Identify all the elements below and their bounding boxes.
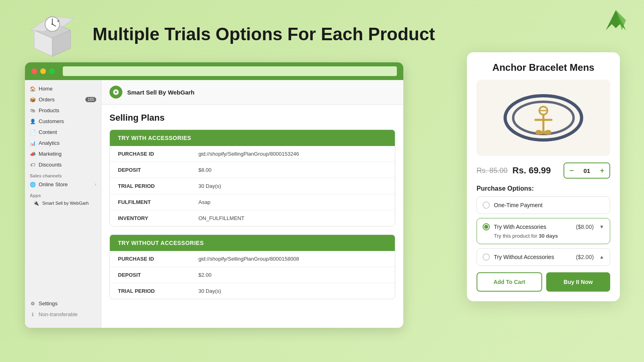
row-value: ON_FULFILLMENT [198, 215, 244, 221]
row-label: FULFILMENT [118, 199, 198, 205]
row-value: gid://shopify/SellingPlanGroup/800015324… [198, 151, 299, 157]
app-icon: 🔌 [33, 200, 39, 206]
quantity-plus-button[interactable]: + [595, 163, 609, 178]
plan-1-header: TRY WITH ACCESSORIES [110, 130, 395, 146]
cart-buttons: Add To Cart Buy It Now [477, 272, 610, 292]
sidebar-item-settings[interactable]: ⚙ Settings [25, 298, 403, 309]
chevron-down-icon: ▼ [599, 224, 604, 230]
settings-icon: ⚙ [30, 301, 35, 306]
sidebar-item-discounts[interactable]: 🏷 Discounts [25, 159, 101, 170]
option-label: One-Time Payment [494, 202, 604, 208]
option-label: Try Without Accessories [494, 254, 572, 260]
sidebar-item-label: Products [39, 107, 59, 113]
table-row: FULFILMENT Asap [110, 194, 395, 210]
orders-icon: 📦 [30, 97, 35, 103]
sidebar-app-name: Smart Sell by WebGarh [42, 201, 89, 206]
product-image [477, 80, 610, 156]
row-label: PURCHASE ID [118, 256, 198, 262]
purchase-options-label: Purchase Options: [477, 185, 610, 192]
buy-now-button[interactable]: Buy It Now [546, 272, 610, 292]
price-original: Rs. 85.00 [477, 167, 508, 175]
sidebar-item-customers[interactable]: 👤 Customers [25, 116, 101, 127]
sidebar-item-home[interactable]: 🏠 Home [25, 83, 101, 94]
quantity-control: − 01 + [564, 162, 610, 179]
row-label: TRIAL PERIOD [118, 183, 198, 189]
row-label: PURCHASE ID [118, 151, 198, 157]
sidebar-settings-label: Settings [39, 300, 58, 306]
chevron-icon: › [95, 182, 96, 187]
sidebar-item-content[interactable]: 📄 Content [25, 127, 101, 138]
sidebar-item-marketing[interactable]: 📣 Marketing [25, 148, 101, 159]
sidebar-item-app[interactable]: 🔌 Smart Sell by WebGarh [25, 199, 101, 208]
sidebar-item-label: Analytics [39, 140, 60, 146]
app-header: Smart Sell By WebGarh [101, 80, 403, 105]
table-row: DEPOSIT $2.00 [110, 267, 395, 283]
plan-2-header: TRY WITHOUT ACCESSORIES [110, 235, 395, 251]
logo-box [24, 8, 80, 60]
row-label: INVENTORY [118, 215, 198, 221]
browser-url-bar [63, 66, 397, 76]
option-try-without-accessories[interactable]: Try Without Accessories ($2.00) ▲ [477, 248, 610, 266]
sales-channels-label: Sales channels [25, 170, 101, 179]
sidebar-item-non-transferable: ℹ Non-transferable [25, 309, 403, 320]
radio-try-without-accessories[interactable] [483, 253, 490, 261]
sidebar-item-analytics[interactable]: 📊 Analytics [25, 138, 101, 148]
apps-label: Apps [25, 190, 101, 199]
table-row: PURCHASE ID gid://shopify/SellingPlanGro… [110, 146, 395, 162]
option-price: ($8.00) [576, 224, 594, 230]
customers-icon: 👤 [30, 119, 35, 124]
sidebar-item-orders[interactable]: 📦 Orders 185 [25, 94, 101, 105]
table-row: INVENTORY ON_FULFILLMENT [110, 210, 395, 226]
row-value: 30 Day(s) [198, 288, 221, 294]
row-value: $8.00 [198, 167, 212, 173]
sidebar-item-products[interactable]: 🛍 Products [25, 105, 101, 116]
sidebar-item-label: Discounts [39, 162, 62, 168]
content-body: Selling Plans TRY WITH ACCESSORIES PURCH… [101, 105, 403, 315]
row-label: TRIAL PERIOD [118, 288, 198, 294]
browser-mockup: 🏠 Home 📦 Orders 185 🛍 Products 👤 Custome… [25, 62, 403, 328]
table-row: TRIAL PERIOD 30 Day(s) [110, 283, 395, 299]
sidebar-item-online-store[interactable]: 🌐 Online Store › [25, 179, 101, 190]
quantity-value: 01 [579, 167, 595, 174]
app-header-icon [109, 86, 122, 99]
app-header-title: Smart Sell By WebGarh [127, 89, 194, 96]
page-title: Multiple Trials Options For Each Product [93, 24, 435, 45]
plan-2-table: PURCHASE ID gid://shopify/SellingPlanGro… [110, 251, 395, 299]
price-sale: Rs. 69.99 [512, 165, 551, 176]
add-to-cart-button[interactable]: Add To Cart [477, 272, 542, 292]
row-label: DEPOSIT [118, 272, 198, 278]
selling-plans-title: Selling Plans [109, 113, 395, 123]
chevron-up-icon: ▲ [599, 254, 604, 260]
sidebar-item-label: Orders [39, 97, 55, 103]
row-value: Asap [198, 199, 211, 205]
option-try-with-accessories[interactable]: Try With Accessories ($8.00) ▼ Try this … [477, 218, 610, 244]
online-store-icon: 🌐 [30, 182, 35, 187]
main-content: Smart Sell By WebGarh Selling Plans TRY … [101, 80, 403, 328]
plan-1-section: TRY WITH ACCESSORIES PURCHASE ID gid://s… [109, 130, 395, 226]
sidebar-item-label: Content [39, 129, 57, 135]
radio-one-time[interactable] [483, 202, 490, 209]
quantity-minus-button[interactable]: − [564, 163, 579, 178]
radio-try-with-accessories[interactable] [483, 223, 490, 230]
table-row: DEPOSIT $8.00 [110, 162, 395, 178]
sidebar-item-label: Online Store [39, 181, 68, 187]
product-card: Anchor Bracelet Mens [467, 52, 620, 301]
sidebar: 🏠 Home 📦 Orders 185 🛍 Products 👤 Custome… [25, 80, 101, 328]
product-pricing-row: Rs. 85.00 Rs. 69.99 − 01 + [477, 162, 610, 179]
browser-bar [25, 62, 403, 80]
content-icon: 📄 [30, 130, 35, 135]
option-label: Try With Accessories [494, 224, 572, 230]
option-one-time-payment[interactable]: One-Time Payment [477, 196, 610, 214]
browser-dot-red [31, 68, 37, 74]
orders-badge: 185 [85, 97, 96, 102]
row-value: gid://shopify/SellingPlanGroup/800015800… [198, 256, 299, 262]
plan-1-table: PURCHASE ID gid://shopify/SellingPlanGro… [110, 146, 395, 226]
row-label: DEPOSIT [118, 167, 198, 173]
table-row: TRIAL PERIOD 30 Day(s) [110, 178, 395, 194]
non-transferable-label: Non-transferable [39, 311, 78, 317]
marketing-icon: 📣 [30, 151, 35, 157]
sidebar-item-label: Marketing [39, 151, 62, 157]
option-price: ($2.00) [576, 254, 594, 260]
plan-2-section: TRY WITHOUT ACCESSORIES PURCHASE ID gid:… [109, 234, 395, 299]
products-icon: 🛍 [30, 108, 35, 113]
